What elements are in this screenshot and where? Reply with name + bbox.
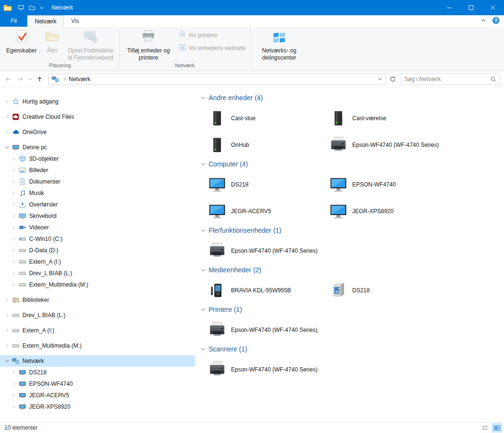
- ribbon-collapse-icon[interactable]: [480, 17, 487, 25]
- back-button[interactable]: [2, 73, 14, 85]
- egenskaber-button[interactable]: Egenskaber: [3, 27, 40, 55]
- device-tile-epson-wf4740-wf-4740-series[interactable]: Epson-WF4740 (WF-4740 Series): [208, 320, 329, 340]
- device-tile-cast-stue[interactable]: Cast-stue: [208, 109, 329, 128]
- qat-folder-icon[interactable]: [29, 4, 35, 11]
- group-header-computer-4[interactable]: Computer (4): [195, 160, 504, 168]
- chevron-right-icon[interactable]: [10, 236, 18, 242]
- chevron-right-icon[interactable]: [10, 190, 18, 196]
- large-icons-view-button[interactable]: [492, 423, 502, 433]
- up-button[interactable]: [33, 73, 46, 85]
- maximize-button[interactable]: [460, 0, 482, 15]
- qat-dropdown-chevron-icon[interactable]: [40, 6, 44, 10]
- recent-locations-chevron-icon[interactable]: [27, 73, 33, 85]
- forward-button[interactable]: [14, 73, 27, 85]
- sidebar-item-d-data-d[interactable]: D-Data (D:): [0, 245, 195, 256]
- tab-vis[interactable]: Vis: [64, 15, 86, 27]
- chevron-right-icon[interactable]: [3, 98, 11, 105]
- tilfoj-enheder-button[interactable]: Tilføj enheder og printere: [122, 27, 175, 62]
- search-input[interactable]: Søg i Netværk: [401, 73, 500, 85]
- group-header-flerfunktionsenheder-1[interactable]: Flerfunktionsenheder (1): [195, 227, 504, 234]
- group-header-printere-1[interactable]: Printere (1): [195, 306, 504, 313]
- sidebar-item-musik[interactable]: Musik: [0, 187, 195, 199]
- vis-enhedens-webside-button[interactable]: Vis enhedens webside: [178, 43, 246, 52]
- group-header-andre-enheder-4[interactable]: Andre enheder (4): [195, 94, 504, 102]
- help-icon[interactable]: ?: [492, 17, 500, 26]
- chevron-down-icon[interactable]: [3, 144, 11, 151]
- qat-computer-icon[interactable]: [18, 4, 24, 11]
- sidebar-item-jegr-acerv5[interactable]: JEGR-ACERV5: [0, 390, 195, 401]
- address-bar[interactable]: Netværk: [48, 73, 386, 85]
- breadcrumb-item[interactable]: Netværk: [69, 76, 90, 82]
- sidebar-item-denne-pc[interactable]: Denne pc: [0, 142, 195, 153]
- chevron-right-icon[interactable]: [10, 247, 18, 254]
- device-tile-epson-wf4740[interactable]: EPSON-WF4740: [329, 175, 450, 194]
- search-icon[interactable]: [490, 76, 497, 82]
- chevron-right-icon[interactable]: [10, 392, 18, 399]
- chevron-down-icon[interactable]: [3, 358, 11, 364]
- sidebar-item-extern-multimedia-m[interactable]: Extern_Multimedia (M:): [0, 340, 195, 351]
- sidebar-item-biblioteker[interactable]: Biblioteker: [0, 294, 195, 306]
- sidebar-item-skrivebord[interactable]: Skrivebord: [0, 210, 195, 222]
- chevron-right-icon[interactable]: [3, 297, 11, 303]
- device-tile-onhub[interactable]: OnHub: [208, 135, 329, 155]
- chevron-right-icon[interactable]: [10, 258, 18, 265]
- chevron-right-icon[interactable]: [10, 201, 18, 208]
- device-tile-cast-v-relse[interactable]: Cast-værelse: [329, 109, 450, 128]
- chevron-right-icon[interactable]: [10, 224, 18, 231]
- chevron-right-icon[interactable]: [10, 167, 18, 174]
- aabn-button[interactable]: Åbn: [41, 27, 63, 55]
- chevron-right-icon[interactable]: [10, 155, 18, 162]
- netvaerks-delingscenter-button[interactable]: Netværks- og delingscenter: [252, 27, 306, 62]
- device-tile-jegr-xps8920[interactable]: JEGR-XPS8920: [329, 202, 450, 221]
- sidebar-item-overf-rsler[interactable]: Overførsler: [0, 199, 195, 210]
- vis-printere-button[interactable]: Vis printere: [178, 31, 246, 40]
- chevron-right-icon[interactable]: [10, 178, 18, 185]
- details-view-button[interactable]: [480, 423, 491, 433]
- chevron-right-icon[interactable]: [10, 213, 18, 219]
- chevron-right-icon[interactable]: [3, 342, 11, 349]
- sidebar-item-hurtig-adgang[interactable]: Hurtig adgang: [0, 96, 195, 107]
- sidebar-item-extern-a-i[interactable]: Extern_A (I:): [0, 325, 195, 336]
- tab-fil[interactable]: Fil: [0, 15, 27, 27]
- refresh-button[interactable]: [387, 73, 399, 85]
- sidebar-item-creative-cloud-files[interactable]: Creative Cloud Files: [0, 111, 195, 123]
- sidebar-item-extern-multimedia-m[interactable]: Extern_Multimedia (M:): [0, 279, 195, 290]
- close-button[interactable]: [482, 0, 504, 15]
- sidebar-item-videoer[interactable]: Videoer: [0, 222, 195, 233]
- device-tile-epson-wf4740-wf-4740-series[interactable]: Epson-WF4740 (WF-4740 Series): [208, 241, 329, 260]
- sidebar-item-onedrive[interactable]: OneDrive: [0, 126, 195, 138]
- sidebar-item-netv-rk[interactable]: Netværk: [0, 355, 195, 367]
- minimize-button[interactable]: [438, 0, 460, 15]
- sidebar-item-billeder[interactable]: Billeder: [0, 165, 195, 176]
- sidebar-item-c-win10-c[interactable]: C-Win10 (C:): [0, 233, 195, 245]
- chevron-right-icon[interactable]: [3, 327, 11, 334]
- tab-netvaerk[interactable]: Netværk: [27, 15, 64, 27]
- sidebar-item-drev-l-biab-l[interactable]: Drev_L BIAB (L:): [0, 309, 195, 321]
- address-dropdown-icon[interactable]: [375, 77, 386, 81]
- breadcrumb-chevron-icon[interactable]: [62, 76, 68, 82]
- sidebar-item-drev-l-biab-l[interactable]: Drev_L BIAB (L:): [0, 268, 195, 279]
- device-tile-bravia-kdl-55w955b[interactable]: BRAVIA KDL-55W955B: [208, 281, 329, 300]
- sidebar-item-jegr-xps8920[interactable]: JEGR-XPS8920: [0, 401, 195, 412]
- device-tile-epson-wf4740-wf-4740-series[interactable]: Epson-WF4740 (WF-4740 Series): [208, 360, 329, 379]
- chevron-right-icon[interactable]: [3, 312, 11, 319]
- sidebar-item-epson-wf4740[interactable]: EPSON-WF4740: [0, 378, 195, 390]
- chevron-right-icon[interactable]: [10, 281, 18, 288]
- sidebar-item-extern-a-i[interactable]: Extern_A (I:): [0, 256, 195, 268]
- chevron-right-icon[interactable]: [3, 113, 11, 120]
- group-header-scannere-1[interactable]: Scannere (1): [195, 345, 504, 353]
- sidebar-item-3d-objekter[interactable]: 3D-objekter: [0, 153, 195, 165]
- device-tile-ds218[interactable]: DS218: [208, 175, 329, 194]
- device-tile-jegr-acerv5[interactable]: JEGR-ACERV5: [208, 202, 329, 221]
- sidebar-item-dokumenter[interactable]: Dokumenter: [0, 176, 195, 187]
- chevron-right-icon[interactable]: [10, 381, 18, 387]
- device-tile-epson-wf4740-wf-4740-series[interactable]: Epson-WF4740 (WF-4740 Series): [329, 135, 450, 155]
- chevron-right-icon[interactable]: [10, 403, 18, 410]
- device-tile-ds218[interactable]: DS218: [329, 281, 450, 300]
- group-header-medieenheder-2[interactable]: Medieenheder (2): [195, 266, 504, 274]
- chevron-right-icon[interactable]: [10, 270, 18, 277]
- remote-desktop-button[interactable]: Opret Forbindelse til Fjernskrivebord: [64, 27, 117, 62]
- chevron-right-icon[interactable]: [3, 129, 11, 135]
- sidebar-item-ds218[interactable]: DS218: [0, 367, 195, 378]
- chevron-right-icon[interactable]: [10, 369, 18, 376]
